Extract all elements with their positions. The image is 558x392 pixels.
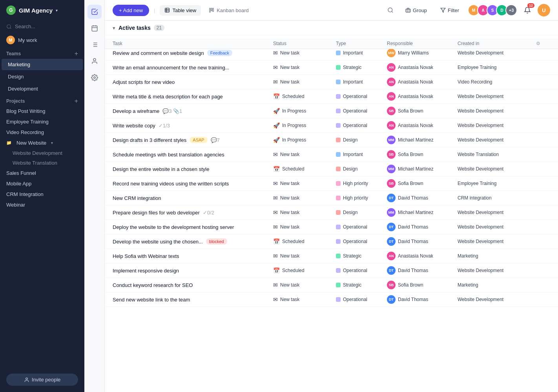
icon-panel (84, 0, 105, 392)
type-dot (336, 94, 341, 99)
user-icon-btn[interactable] (88, 54, 102, 68)
projects-label: Projects (6, 98, 25, 104)
table-row[interactable]: New CRM integration ✉ New task High prio… (105, 191, 558, 205)
table-row[interactable]: Send new website link to the team ✉ New … (105, 292, 558, 307)
task-responsible-cell: AN Anastasia Novak (387, 121, 458, 130)
table-row[interactable]: Schedule meetings with best translation … (105, 147, 558, 162)
svg-point-22 (388, 8, 392, 12)
task-responsible-cell: DT David Thomas (387, 194, 458, 202)
table-view-button[interactable]: Table view (160, 5, 201, 16)
table-row[interactable]: Write an email announcement for the new … (105, 60, 558, 75)
marketing-label: Marketing (8, 62, 30, 67)
status-icon: ✉ (273, 209, 278, 216)
task-name-text: Implement responsive design (113, 268, 179, 274)
status-label: New task (280, 152, 299, 157)
my-work-item[interactable]: M My work (0, 33, 84, 47)
responsible-name: David Thomas (398, 239, 428, 244)
task-badge: blocked (206, 238, 227, 245)
status-icon: 🚀 (273, 122, 280, 129)
avatar-more[interactable]: +3 (505, 4, 517, 16)
type-dot (336, 196, 341, 200)
type-label: High priority (343, 195, 368, 201)
svg-point-2 (26, 377, 27, 379)
svg-line-1 (10, 27, 11, 29)
task-created-cell: Employee Training (458, 181, 536, 186)
column-settings-icon[interactable]: ⚙ (536, 41, 550, 46)
column-headers: Task Status Type Responsible Created in … (105, 38, 558, 49)
task-name-cell: Adjust scripts for new video (113, 79, 273, 85)
sidebar-project-employee-training[interactable]: Employee Training (0, 116, 84, 127)
notification-button[interactable]: 12 (521, 4, 534, 16)
status-label: Scheduled (282, 268, 305, 273)
kanban-icon (209, 7, 214, 13)
sidebar-item-design[interactable]: Design (2, 71, 83, 82)
list-icon-btn[interactable] (88, 38, 102, 52)
sidebar-project-webinar[interactable]: Webinar (0, 200, 84, 210)
sidebar-project-crm-integration[interactable]: CRM Integration (0, 189, 84, 200)
table-row[interactable]: Design drafts in 3 different styles ASAP… (105, 133, 558, 147)
task-responsible-cell: AN Anastasia Novak (387, 252, 458, 260)
table-row[interactable]: Implement responsive design 📅 Scheduled … (105, 263, 558, 278)
status-icon: ✉ (273, 151, 278, 158)
task-created-cell: Website Development (458, 268, 536, 273)
invite-people-button[interactable]: Invite people (6, 374, 78, 386)
sidebar-subitem-website-development[interactable]: Website Development (0, 148, 84, 158)
task-status-cell: ✉ New task (273, 224, 336, 230)
projects-add-button[interactable]: + (75, 98, 78, 104)
webinar-label: Webinar (6, 202, 25, 208)
responsible-name: Anastasia Novak (398, 253, 433, 259)
add-new-button[interactable]: + Add new (113, 5, 149, 16)
employee-training-label: Employee Training (6, 119, 49, 125)
table-row[interactable]: Adjust scripts for new video ✉ New task … (105, 75, 558, 89)
sidebar-project-mobile-app[interactable]: Mobile App (0, 178, 84, 189)
svg-point-13 (93, 58, 96, 61)
table-row[interactable]: Help Sofia with Webinar texts ✉ New task… (105, 249, 558, 263)
table-row[interactable]: Write meta title & meta description for … (105, 89, 558, 104)
app-name: GIM Agency (19, 7, 53, 14)
sidebar-project-blog-post[interactable]: Blog Post Writing (0, 106, 84, 116)
task-responsible-cell: AN Anastasia Novak (387, 63, 458, 72)
table-row[interactable]: Deploy the website to the development ho… (105, 220, 558, 234)
sidebar-header[interactable]: G GIM Agency ▾ (0, 0, 84, 20)
responsible-name: Anastasia Novak (398, 65, 433, 70)
sidebar-project-video-recording[interactable]: Video Recording (0, 127, 84, 138)
main-content: + Add new | Table view Kanban board Grou… (105, 0, 558, 392)
section-chevron-icon[interactable]: ▾ (113, 25, 115, 31)
kanban-board-button[interactable]: Kanban board (204, 5, 253, 16)
status-label: New task (280, 224, 299, 230)
sidebar-item-development[interactable]: Development (2, 83, 83, 94)
table-row[interactable]: Develop the website using the chosen... … (105, 234, 558, 249)
task-name-cell: Write website copy ✓1/3 (113, 123, 273, 129)
calendar-icon-btn[interactable] (88, 21, 102, 35)
toolbar-right: Group Filter M A S D +3 12 U (384, 4, 550, 16)
group-button[interactable]: Group (401, 5, 432, 16)
teams-add-button[interactable]: + (75, 51, 78, 57)
search-button[interactable] (384, 4, 397, 16)
user-icon (91, 58, 98, 65)
settings-icon-btn[interactable] (88, 71, 102, 85)
table-row[interactable]: Write website copy ✓1/3 🚀 In Progress Op… (105, 118, 558, 133)
task-created-cell: CRM integration (458, 195, 536, 201)
task-name-text: Design the entire website in a chosen st… (113, 166, 209, 172)
sidebar-item-marketing[interactable]: Marketing (2, 59, 83, 70)
search-bar[interactable]: Search... (0, 20, 84, 33)
person-icon (24, 377, 29, 383)
responsible-name: Sofia Brown (398, 108, 423, 114)
tasks-icon-btn[interactable] (88, 5, 102, 19)
task-type-cell: Operational (336, 94, 387, 99)
table-row[interactable]: Design the entire website in a chosen st… (105, 162, 558, 176)
task-name-text: Write an email announcement for the new … (113, 65, 229, 71)
sidebar-subitem-website-translation[interactable]: Website Translation (0, 158, 84, 168)
type-label: Important (343, 50, 363, 56)
table-row[interactable]: Conduct keyword research for SEO ✉ New t… (105, 278, 558, 292)
resp-avatar: MM (387, 136, 396, 144)
filter-button[interactable]: Filter (436, 5, 464, 16)
sidebar-project-new-website[interactable]: 📁 New Website ▾ (0, 138, 84, 148)
table-row[interactable]: Record new training videos using the wri… (105, 176, 558, 191)
table-row[interactable]: Develop a wireframe 💬3 📎1 🚀 In Progress … (105, 104, 558, 118)
current-user-avatar[interactable]: U (538, 4, 550, 16)
task-status-cell: ✉ New task (273, 195, 336, 201)
sidebar-project-sales-funnel[interactable]: Sales Funnel (0, 168, 84, 178)
table-row[interactable]: Prepare design files for web developer ✓… (105, 205, 558, 220)
resp-avatar: AN (387, 78, 396, 86)
